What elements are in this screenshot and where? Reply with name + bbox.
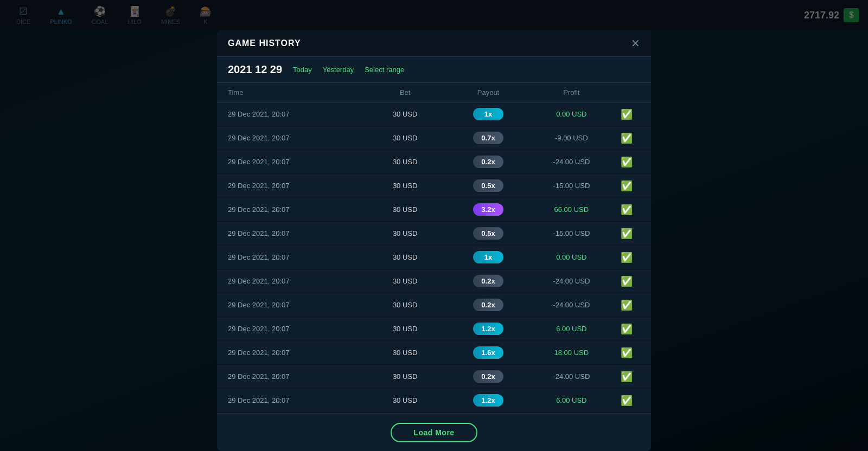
shield-check-icon: ✅ [621,108,633,120]
shield-check-icon: ✅ [621,347,633,359]
shield-check-icon: ✅ [621,299,633,311]
modal-date: 2021 12 29 [228,63,282,76]
cell-icon: ✅ [613,395,640,407]
payout-badge: 0.2x [473,370,503,383]
payout-badge: 0.5x [473,227,503,240]
col-time: Time [228,88,363,96]
payout-badge: 0.2x [473,275,503,287]
cell-payout: 3.2x [446,203,529,216]
cell-payout: 1.2x [446,323,529,335]
cell-bet: 30 USD [363,325,446,333]
cell-icon: ✅ [613,299,640,311]
cell-time: 29 Dec 2021, 20:07 [228,396,363,404]
table-row[interactable]: 29 Dec 2021, 20:07 30 USD 0.2x -24.00 US… [217,365,651,389]
cell-payout: 1.2x [446,394,529,407]
cell-profit: -24.00 USD [530,158,613,166]
payout-badge: 0.2x [473,299,503,311]
cell-time: 29 Dec 2021, 20:07 [228,253,363,261]
table-row[interactable]: 29 Dec 2021, 20:07 30 USD 0.5x -15.00 US… [217,222,651,246]
table-header: Time Bet Payout Profit [217,83,651,102]
modal-date-bar: 2021 12 29 Today Yesterday Select range [217,57,651,83]
cell-profit: 0.00 USD [530,110,613,118]
cell-bet: 30 USD [363,253,446,261]
cell-payout: 0.2x [446,299,529,311]
table-body: 29 Dec 2021, 20:07 30 USD 1x 0.00 USD ✅ … [217,102,651,414]
col-status [613,88,640,96]
cell-icon: ✅ [613,371,640,383]
cell-icon: ✅ [613,132,640,144]
payout-badge: 1.2x [473,394,503,407]
table-row[interactable]: 29 Dec 2021, 20:07 30 USD 0.5x -15.00 US… [217,174,651,198]
cell-profit: 66.00 USD [530,205,613,214]
table-row[interactable]: 29 Dec 2021, 20:07 30 USD 3.2x 66.00 USD… [217,198,651,222]
shield-check-icon: ✅ [621,371,633,383]
cell-bet: 30 USD [363,229,446,237]
cell-payout: 0.7x [446,132,529,144]
cell-time: 29 Dec 2021, 20:07 [228,229,363,237]
cell-payout: 0.2x [446,370,529,383]
cell-bet: 30 USD [363,301,446,309]
filter-yesterday[interactable]: Yesterday [323,66,354,74]
cell-bet: 30 USD [363,277,446,285]
cell-payout: 0.5x [446,227,529,240]
cell-bet: 30 USD [363,349,446,357]
cell-time: 29 Dec 2021, 20:07 [228,325,363,333]
table-row[interactable]: 29 Dec 2021, 20:07 30 USD 1.2x 6.00 USD … [217,317,651,341]
cell-icon: ✅ [613,204,640,216]
cell-payout: 0.5x [446,179,529,192]
table-row[interactable]: 29 Dec 2021, 20:07 30 USD 0.2x -24.00 US… [217,269,651,293]
cell-profit: -9.00 USD [530,134,613,142]
cell-icon: ✅ [613,323,640,335]
cell-profit: -15.00 USD [530,182,613,190]
table-row[interactable]: 29 Dec 2021, 20:07 30 USD 1x 0.00 USD ✅ [217,102,651,126]
payout-badge: 0.7x [473,132,503,144]
cell-bet: 30 USD [363,372,446,381]
cell-bet: 30 USD [363,134,446,142]
cell-time: 29 Dec 2021, 20:07 [228,372,363,381]
cell-profit: -24.00 USD [530,301,613,309]
cell-payout: 1x [446,108,529,120]
table-row[interactable]: 29 Dec 2021, 20:07 30 USD 1x 0.00 USD ✅ [217,246,651,269]
cell-profit: 6.00 USD [530,325,613,333]
cell-profit: 6.00 USD [530,396,613,404]
payout-badge: 1x [473,251,503,263]
shield-check-icon: ✅ [621,228,633,240]
cell-profit: -24.00 USD [530,277,613,285]
shield-check-icon: ✅ [621,204,633,216]
modal-backdrop: GAME HISTORY ✕ 2021 12 29 Today Yesterda… [0,0,868,451]
cell-icon: ✅ [613,108,640,120]
modal-close-button[interactable]: ✕ [631,38,640,49]
filter-select-range[interactable]: Select range [365,66,404,74]
filter-today[interactable]: Today [293,66,312,74]
cell-profit: -24.00 USD [530,372,613,381]
shield-check-icon: ✅ [621,323,633,335]
cell-icon: ✅ [613,180,640,192]
payout-badge: 1x [473,108,503,120]
shield-check-icon: ✅ [621,275,633,287]
cell-bet: 30 USD [363,110,446,118]
modal-header: GAME HISTORY ✕ [217,30,651,57]
shield-check-icon: ✅ [621,132,633,144]
cell-icon: ✅ [613,156,640,168]
payout-badge: 1.2x [473,323,503,335]
col-bet: Bet [363,88,446,96]
cell-payout: 0.2x [446,275,529,287]
shield-check-icon: ✅ [621,395,633,407]
payout-badge: 3.2x [473,203,503,216]
table-row[interactable]: 29 Dec 2021, 20:07 30 USD 0.7x -9.00 USD… [217,126,651,150]
table-row[interactable]: 29 Dec 2021, 20:07 30 USD 0.2x -24.00 US… [217,150,651,174]
cell-time: 29 Dec 2021, 20:07 [228,134,363,142]
col-profit: Profit [530,88,613,96]
shield-check-icon: ✅ [621,180,633,192]
load-more-button[interactable]: Load More [391,423,477,442]
table-row[interactable]: 29 Dec 2021, 20:07 30 USD 0.2x -24.00 US… [217,293,651,317]
table-row[interactable]: 29 Dec 2021, 20:07 30 USD 1.2x 6.00 USD … [217,389,651,413]
cell-time: 29 Dec 2021, 20:07 [228,158,363,166]
cell-bet: 30 USD [363,396,446,404]
cell-icon: ✅ [613,228,640,240]
shield-check-icon: ✅ [621,252,633,263]
cell-time: 29 Dec 2021, 20:07 [228,301,363,309]
payout-badge: 1.6x [473,346,503,359]
modal-title: GAME HISTORY [228,38,301,48]
table-row[interactable]: 29 Dec 2021, 20:07 30 USD 1.6x 18.00 USD… [217,341,651,365]
